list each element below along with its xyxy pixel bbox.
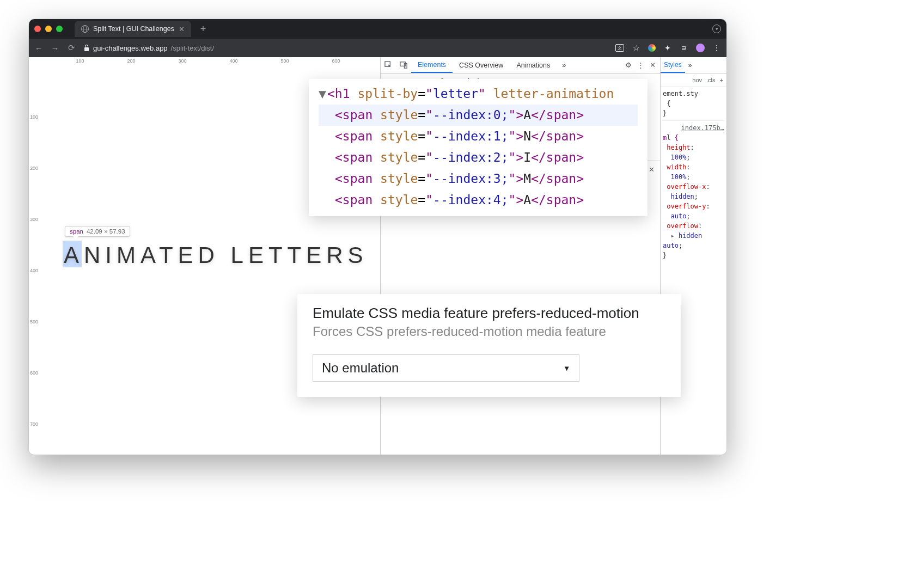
styles-filter-bar: hov .cls + bbox=[661, 74, 726, 87]
tab-animations[interactable]: Animations bbox=[510, 57, 557, 73]
chevron-down-icon: ▼ bbox=[563, 364, 570, 372]
reduced-motion-select-large[interactable]: No emulation ▼ bbox=[313, 354, 579, 382]
extensions-icon[interactable] bbox=[663, 44, 672, 52]
reload-button[interactable]: ⟳ bbox=[67, 43, 76, 53]
cls-toggle[interactable]: .cls bbox=[706, 77, 716, 83]
maximize-window-button[interactable] bbox=[56, 26, 63, 32]
address-bar: ← → ⟳ gui-challenges.web.app/split-text/… bbox=[29, 39, 726, 57]
add-rule-button[interactable]: + bbox=[720, 77, 723, 83]
tooltip-dimensions: 42.09 × 57.93 bbox=[87, 228, 125, 235]
ruler-horizontal: 100200300400500600 bbox=[29, 57, 380, 66]
rendering-subtitle: Forces CSS prefers-reduced-motion media … bbox=[313, 324, 666, 339]
inspect-tooltip: span42.09 × 57.93 bbox=[65, 226, 130, 237]
globe-icon bbox=[81, 25, 89, 33]
close-tab-icon[interactable]: ✕ bbox=[179, 25, 185, 33]
titlebar: Split Text | GUI Challenges ✕ + bbox=[29, 19, 726, 39]
select-value: No emulation bbox=[322, 360, 399, 376]
devtools-tabs: Elements CSS Overview Animations » ⚙ ⋮ ✕ bbox=[381, 57, 660, 74]
device-toolbar-icon[interactable] bbox=[396, 61, 411, 69]
page-headline: ANIMATED LETTERS bbox=[64, 242, 368, 268]
new-tab-button[interactable]: + bbox=[198, 23, 209, 34]
styles-rules[interactable]: ement.sty {}index.175b…ml { height: 100%… bbox=[661, 87, 726, 262]
extension-color-icon[interactable] bbox=[648, 44, 656, 52]
settings-gear-icon[interactable]: ⚙ bbox=[625, 61, 632, 69]
media-control-icon[interactable] bbox=[680, 44, 688, 52]
tab-overflow-icon[interactable] bbox=[712, 24, 721, 33]
rendering-title: Emulate CSS media feature prefers-reduce… bbox=[313, 305, 666, 322]
styles-tabs-overflow-icon[interactable]: » bbox=[685, 62, 695, 69]
url-host: gui-challenges.web.app bbox=[93, 44, 168, 52]
devtools-menu-icon[interactable]: ⋮ bbox=[637, 61, 644, 69]
dom-zoom-overlay: ▼<h1 split-by="letter" letter-animation<… bbox=[309, 79, 648, 216]
close-window-button[interactable] bbox=[34, 26, 41, 32]
bookmark-icon[interactable] bbox=[632, 44, 640, 52]
tab-css-overview[interactable]: CSS Overview bbox=[453, 57, 510, 73]
tab-elements[interactable]: Elements bbox=[411, 57, 453, 73]
url-path: /split-text/dist/ bbox=[171, 44, 214, 52]
back-button[interactable]: ← bbox=[34, 44, 43, 53]
minimize-window-button[interactable] bbox=[45, 26, 52, 32]
forward-button[interactable]: → bbox=[51, 44, 59, 53]
drawer-close-icon[interactable]: ✕ bbox=[649, 166, 655, 174]
inspect-element-icon[interactable] bbox=[381, 61, 396, 69]
tooltip-tagname: span bbox=[70, 228, 83, 235]
profile-avatar-icon[interactable] bbox=[696, 44, 705, 52]
toolbar-icons bbox=[615, 44, 721, 52]
lock-icon bbox=[83, 45, 90, 51]
window-controls bbox=[34, 26, 63, 32]
styles-tab[interactable]: Styles bbox=[661, 57, 685, 73]
hov-toggle[interactable]: hov bbox=[692, 77, 702, 83]
translate-icon[interactable] bbox=[615, 44, 624, 52]
devtools-close-icon[interactable]: ✕ bbox=[650, 61, 656, 69]
rendering-zoom-overlay: Emulate CSS media feature prefers-reduce… bbox=[297, 294, 681, 397]
tab-title: Split Text | GUI Challenges bbox=[93, 25, 174, 33]
browser-tab[interactable]: Split Text | GUI Challenges ✕ bbox=[75, 21, 191, 37]
url-field[interactable]: gui-challenges.web.app/split-text/dist/ bbox=[83, 44, 608, 52]
ruler-vertical: 100200300400500600700800 bbox=[29, 66, 40, 455]
kebab-menu-icon[interactable] bbox=[712, 44, 721, 52]
tabs-overflow-icon[interactable]: » bbox=[557, 62, 571, 69]
